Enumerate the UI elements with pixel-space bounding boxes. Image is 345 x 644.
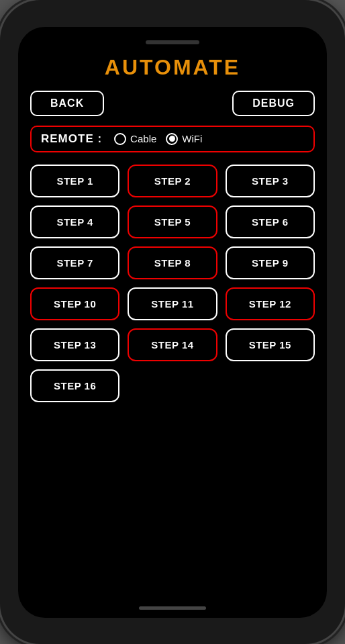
step6-button[interactable]: STEP 6: [226, 205, 315, 238]
home-bar: [139, 606, 206, 610]
step9-button[interactable]: STEP 9: [226, 246, 315, 279]
step7-button[interactable]: STEP 7: [30, 246, 119, 279]
speaker-slot: [146, 40, 199, 44]
step4-button[interactable]: STEP 4: [30, 205, 119, 238]
step14-button[interactable]: STEP 14: [128, 328, 217, 361]
step3-button[interactable]: STEP 3: [226, 165, 315, 197]
step15-button[interactable]: STEP 15: [226, 328, 315, 361]
debug-button[interactable]: DEBUG: [232, 91, 315, 116]
radio-wifi-circle: [166, 133, 178, 145]
top-button-row: BACK DEBUG: [30, 91, 315, 116]
step13-button[interactable]: STEP 13: [30, 328, 119, 361]
step8-button[interactable]: STEP 8: [128, 246, 217, 279]
radio-cable-label: Cable: [130, 133, 156, 144]
remote-selection-bar: REMOTE : Cable WiFi: [30, 126, 315, 152]
radio-cable[interactable]: Cable: [114, 133, 156, 145]
radio-cable-circle: [114, 133, 126, 145]
phone-screen: AUTOMATE BACK DEBUG REMOTE : Cable WiFi …: [18, 27, 327, 618]
radio-wifi[interactable]: WiFi: [166, 133, 202, 145]
radio-wifi-label: WiFi: [182, 133, 202, 144]
step1-button[interactable]: STEP 1: [30, 165, 119, 197]
remote-label: REMOTE :: [41, 132, 102, 146]
steps-grid: STEP 1STEP 2STEP 3STEP 4STEP 5STEP 6STEP…: [30, 165, 315, 402]
step2-button[interactable]: STEP 2: [128, 165, 217, 197]
app-title: AUTOMATE: [105, 55, 240, 80]
step10-button[interactable]: STEP 10: [30, 287, 119, 320]
step16-button[interactable]: STEP 16: [30, 369, 119, 402]
step5-button[interactable]: STEP 5: [128, 205, 217, 238]
step11-button[interactable]: STEP 11: [128, 287, 217, 320]
phone-frame: AUTOMATE BACK DEBUG REMOTE : Cable WiFi …: [0, 0, 345, 644]
back-button[interactable]: BACK: [30, 91, 104, 116]
step12-button[interactable]: STEP 12: [226, 287, 315, 320]
